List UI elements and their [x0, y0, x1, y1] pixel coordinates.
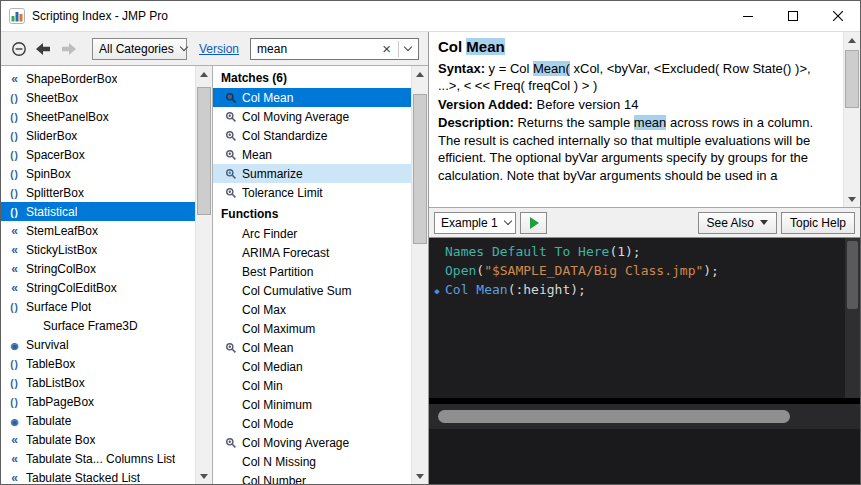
match-item-col-mean[interactable]: Col Mean: [213, 88, 411, 107]
code-view[interactable]: Names Default To Here(1);Open("$SAMPLE_D…: [429, 238, 860, 398]
items-scrollbar[interactable]: [411, 66, 428, 484]
browser-column: All Categories Version × «ShapeBorderBox…: [1, 32, 429, 484]
list-item-label: Col Maximum: [242, 322, 315, 336]
function-item-col-mean[interactable]: Col Mean: [213, 338, 411, 357]
scrollbar-thumb[interactable]: [413, 94, 427, 244]
sidebar-item-stringcolbox[interactable]: «StringColBox: [1, 259, 195, 278]
match-item-tolerance-limit[interactable]: Tolerance Limit: [213, 183, 411, 202]
see-also-button[interactable]: See Also: [698, 212, 777, 234]
function-item-col-minimum[interactable]: Col Minimum: [213, 395, 411, 414]
sidebar-item-tabulate[interactable]: ◉Tabulate: [1, 411, 195, 430]
sidebar-item-tabulate-sta-columns-list[interactable]: «Tabulate Sta... Columns List: [1, 449, 195, 468]
close-button[interactable]: [815, 1, 860, 31]
sidebar-item-spacerbox[interactable]: ()SpacerBox: [1, 145, 195, 164]
function-item-col-max[interactable]: Col Max: [213, 300, 411, 319]
scroll-up-button[interactable]: [196, 66, 212, 82]
forward-button[interactable]: [57, 37, 80, 60]
sidebar-item-stemleafbox[interactable]: «StemLeafBox: [1, 221, 195, 240]
scroll-up-button[interactable]: [844, 32, 860, 48]
sidebar-item-shapeborderbox[interactable]: «ShapeBorderBox: [1, 69, 195, 88]
chevron-icon: «: [6, 262, 23, 276]
scrollbar-thumb[interactable]: [847, 241, 858, 309]
function-item-col-moving-average[interactable]: Col Moving Average: [213, 433, 411, 452]
highlighted-term: mean: [634, 115, 667, 130]
code-horizontal-scrollbar[interactable]: [429, 404, 860, 429]
function-item-col-min[interactable]: Col Min: [213, 376, 411, 395]
sidebar-item-tabulate-box[interactable]: «Tabulate Box: [1, 430, 195, 449]
list-item-label: Col Moving Average: [242, 436, 349, 450]
match-item-mean[interactable]: Mean: [213, 145, 411, 164]
sidebar-item-tablebox[interactable]: ()TableBox: [1, 354, 195, 373]
play-icon: [530, 217, 539, 229]
clear-search-icon[interactable]: ×: [377, 41, 396, 56]
function-item-col-median[interactable]: Col Median: [213, 357, 411, 376]
back-button[interactable]: [32, 37, 55, 60]
search-box: ×: [250, 38, 419, 60]
function-item-col-n-missing[interactable]: Col N Missing: [213, 452, 411, 471]
scrollbar-track[interactable]: [412, 82, 428, 468]
sidebar-item-spinbox[interactable]: ()SpinBox: [1, 164, 195, 183]
search-input[interactable]: [255, 42, 377, 56]
match-item-summarize[interactable]: Summarize: [213, 164, 411, 183]
list-item-label: Statistical: [26, 205, 77, 219]
sidebar-item-surface-plot[interactable]: ()Surface Plot: [1, 297, 195, 316]
list-item-label: Tolerance Limit: [242, 186, 323, 200]
list-item-label: Mean: [242, 148, 272, 162]
function-item-best-partition[interactable]: Best Partition: [213, 262, 411, 281]
function-item-arima-forecast[interactable]: ARIMA Forecast: [213, 243, 411, 262]
function-item-col-number[interactable]: Col Number: [213, 471, 411, 484]
scrollbar-track[interactable]: [196, 82, 212, 468]
code-vertical-scrollbar[interactable]: [845, 238, 860, 398]
sidebar-item-statistical[interactable]: ()Statistical: [1, 202, 195, 221]
scrollbar-thumb[interactable]: [845, 50, 859, 108]
function-item-col-mode[interactable]: Col Mode: [213, 414, 411, 433]
search-history-chevron-icon[interactable]: [404, 43, 412, 51]
function-item-col-maximum[interactable]: Col Maximum: [213, 319, 411, 338]
output-pane: [429, 429, 860, 484]
sidebar-item-surface-frame3d[interactable]: Surface Frame3D: [1, 316, 195, 335]
parens-icon: (): [6, 167, 23, 181]
scrollbar-track[interactable]: [844, 48, 860, 191]
sidebar-item-tabulate-stacked-list[interactable]: «Tabulate Stacked List: [1, 468, 195, 484]
titlebar: Scripting Index - JMP Pro: [1, 1, 860, 32]
match-item-col-standardize[interactable]: Col Standardize: [213, 126, 411, 145]
scroll-down-button[interactable]: [196, 468, 212, 484]
version-link[interactable]: Version: [199, 42, 239, 56]
run-script-button[interactable]: [520, 212, 547, 234]
sidebar-item-stringcoleditbox[interactable]: «StringColEditBox: [1, 278, 195, 297]
list-item-label: Tabulate Sta... Columns List: [26, 452, 175, 466]
detail-scrollbar[interactable]: [843, 32, 860, 207]
function-item-arc-finder[interactable]: Arc Finder: [213, 224, 411, 243]
list-item-label: SpinBox: [26, 167, 71, 181]
scrollbar-thumb[interactable]: [197, 87, 211, 215]
scroll-down-button[interactable]: [844, 191, 860, 207]
topic-help-button[interactable]: Topic Help: [781, 212, 855, 234]
maximize-button[interactable]: [770, 1, 815, 31]
parens-icon: (): [6, 129, 23, 143]
list-item-label: ARIMA Forecast: [242, 246, 329, 260]
sidebar-item-sliderbox[interactable]: ()SliderBox: [1, 126, 195, 145]
match-item-col-moving-average[interactable]: Col Moving Average: [213, 107, 411, 126]
sidebar-item-sheetbox[interactable]: ()SheetBox: [1, 88, 195, 107]
page-title: Col Mean: [438, 38, 835, 56]
sidebar-item-sheetpanelbox[interactable]: ()SheetPanelBox: [1, 107, 195, 126]
window-title: Scripting Index - JMP Pro: [32, 9, 725, 23]
category-dropdown[interactable]: All Categories: [92, 38, 187, 60]
minimize-button[interactable]: [725, 1, 770, 31]
code-lines: Names Default To Here(1);Open("$SAMPLE_D…: [429, 238, 845, 398]
categories-scrollbar[interactable]: [195, 66, 212, 484]
scroll-down-button[interactable]: [412, 468, 428, 484]
code-token: Names Default To Here: [445, 244, 609, 259]
sidebar-item-tabpagebox[interactable]: ()TabPageBox: [1, 392, 195, 411]
example-dropdown[interactable]: Example 1: [434, 212, 516, 234]
matches-header: Matches (6): [213, 69, 411, 88]
function-item-col-cumulative-sum[interactable]: Col Cumulative Sum: [213, 281, 411, 300]
sidebar-item-splitterbox[interactable]: ()SplitterBox: [1, 183, 195, 202]
scrollbar-thumb[interactable]: [438, 410, 790, 423]
sidebar-item-tablistbox[interactable]: ()TabListBox: [1, 373, 195, 392]
scroll-up-button[interactable]: [412, 66, 428, 82]
sidebar-item-stickylistbox[interactable]: «StickyListBox: [1, 240, 195, 259]
code-token: );: [625, 244, 641, 259]
collapse-button[interactable]: [7, 37, 30, 60]
sidebar-item-survival[interactable]: ◉Survival: [1, 335, 195, 354]
